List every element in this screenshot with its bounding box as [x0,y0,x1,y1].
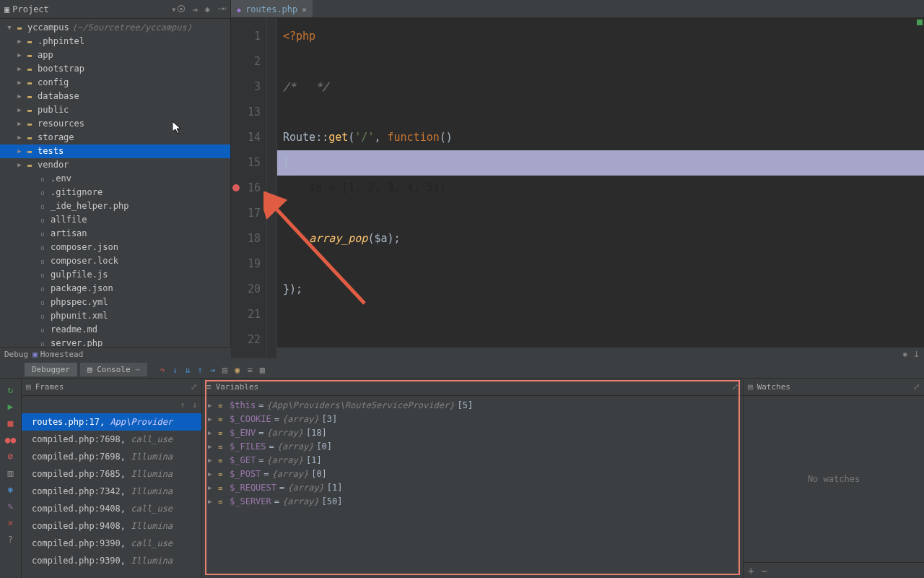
evaluate-expression-icon[interactable]: ▤ [222,365,227,375]
line-number[interactable]: 13 [231,100,261,125]
mute-breakpoints-icon[interactable]: ⊘ [8,451,14,462]
frame-down-icon[interactable]: ↓ [192,400,197,410]
project-dropdown-icon[interactable]: ▾ [171,4,176,14]
tree-file[interactable]: ▫gulpfile.js [0,268,230,282]
tree-file[interactable]: ▫_ide_helper.php [0,199,230,213]
close-tab-icon[interactable]: × [302,5,307,14]
expand-arrow-icon[interactable]: ▶ [208,454,215,467]
tree-folder[interactable]: ▶▬bootstrap [0,62,230,76]
tree-file[interactable]: ▫.env [0,172,230,186]
resume-icon[interactable]: ▶ [8,401,14,412]
scroll-to-source-icon[interactable]: ⦿ [177,4,186,14]
settings2-icon[interactable]: ✱ [8,484,14,495]
tree-file[interactable]: ▫composer.json [0,241,230,254]
tree-folder[interactable]: ▶▬vendor [0,158,230,172]
line-number-gutter[interactable]: 12313141516171819202122 [231,18,267,358]
run-config-name[interactable]: Homestead [40,350,84,359]
tree-folder[interactable]: ▶▬app [0,48,230,62]
variable-row[interactable]: ▶≡$_COOKIE = {array} [3] [208,413,737,426]
variable-row[interactable]: ▶≡$_SERVER = {array} [50] [208,495,737,509]
editor-tab[interactable]: ◆ routes.php × [231,0,313,17]
step-out-icon[interactable]: ↑ [198,365,203,375]
variable-row[interactable]: ▶≡$_GET = {array} [1] [208,454,737,467]
tree-folder[interactable]: ▶▬tests [0,144,230,158]
console-tab[interactable]: ▤ Console → [80,363,147,376]
code-editor[interactable]: 12313141516171819202122 <?php /*...*/ Ro… [231,18,924,358]
expand-arrow-icon[interactable]: ▶ [14,62,25,76]
line-number[interactable]: 18 [231,226,261,251]
expand-arrow-icon[interactable]: ▼ [4,21,14,35]
frame-row[interactable]: compiled.php:9408, call_use [22,500,201,517]
tree-file[interactable]: ▫phpunit.xml [0,309,230,323]
frame-row[interactable]: compiled.php:9408, Illumina [22,517,201,535]
frame-row[interactable]: compiled.php:7698, call_use [22,431,201,448]
tree-file[interactable]: ▫.gitignore [0,186,230,199]
line-number[interactable]: 2 [231,49,261,74]
tree-folder[interactable]: ▶▬storage [0,131,230,144]
tree-file[interactable]: ▫server.php [0,337,230,347]
variable-row[interactable]: ▶≡$_POST = {array} [0] [208,467,737,481]
frame-up-icon[interactable]: ↑ [180,400,186,410]
expand-arrow-icon[interactable]: ▶ [208,467,215,481]
help-icon[interactable]: ? [8,534,14,545]
run-to-cursor-icon[interactable]: ⇥ [210,365,215,375]
tree-folder[interactable]: ▶▬resources [0,117,230,131]
variable-row[interactable]: ▶≡$_ENV = {array} [18] [208,426,737,440]
tree-folder[interactable]: ▶▬.phpintel [0,35,230,48]
tree-file[interactable]: ▫phpspec.yml [0,296,230,309]
settings-icon[interactable]: ▦ [260,365,265,375]
rerun-icon[interactable]: ↻ [8,384,14,395]
tree-file[interactable]: ▫readme.md [0,323,230,337]
variable-row[interactable]: ▶≡$_FILES = {array} [0] [208,440,737,454]
line-number[interactable]: 16 [231,176,261,201]
tree-folder[interactable]: ▶▬database [0,90,230,103]
variable-row[interactable]: ▶≡$this = {App\Providers\RouteServicePro… [208,399,737,413]
line-number[interactable]: 19 [231,251,261,277]
line-number[interactable]: 3 [231,74,261,100]
code-area[interactable]: <?php /*...*/ Route::get('/', function()… [277,18,924,358]
step-over-icon[interactable]: ↷ [160,365,165,375]
view-breakpoints-icon[interactable]: ●● [5,434,17,445]
expand-arrow-icon[interactable]: ▶ [208,399,215,413]
frame-row[interactable]: routes.php:17, App\Provider [22,413,201,431]
frame-row[interactable]: compiled.php:7685, Illumina [22,465,201,483]
expand-arrow-icon[interactable]: ▶ [14,48,25,62]
step-into-icon[interactable]: ↓ [173,365,178,375]
force-step-into-icon[interactable]: ⇊ [185,365,190,375]
tree-file[interactable]: ▫allfile [0,213,230,227]
close-debug-icon[interactable]: ✕ [8,517,14,528]
frame-row[interactable]: compiled.php:7342, Illumina [22,483,201,500]
tree-file[interactable]: ▫artisan [0,227,230,241]
remove-watch-icon[interactable]: − [761,565,767,577]
frames-restore-icon[interactable]: ⤢ [191,382,197,392]
line-number[interactable]: 14 [231,125,261,150]
expand-arrow-icon[interactable]: ▶ [14,103,25,117]
frame-row[interactable]: compiled.php:7698, Illumina [22,448,201,465]
expand-arrow-icon[interactable]: ▶ [208,426,215,440]
expand-arrow-icon[interactable]: ▶ [208,440,215,454]
tree-folder[interactable]: ▶▬config [0,76,230,90]
vars-restore-icon[interactable]: ⤢ [732,382,738,392]
breakpoint-icon[interactable] [232,184,240,191]
debugger-tab[interactable]: Debugger [25,363,77,376]
expand-arrow-icon[interactable]: ▶ [14,131,25,144]
add-watch-icon[interactable]: + [748,565,754,577]
expand-arrow-icon[interactable]: ▶ [14,117,25,131]
tree-file[interactable]: ▫package.json [0,282,230,296]
gear-icon[interactable]: ✱ [205,4,210,14]
hide-icon[interactable]: ⭲ [217,4,226,14]
expand-arrow-icon[interactable]: ▶ [14,76,25,90]
line-number[interactable]: 1 [231,24,261,49]
tree-file[interactable]: ▫composer.lock [0,254,230,268]
expand-arrow-icon[interactable]: ▶ [14,90,25,103]
expand-arrow-icon[interactable]: ▶ [208,481,215,495]
tree-root[interactable]: ▼ ▬ yccampus (~/Sourcetree/yccampus) [0,21,230,35]
collapse-all-icon[interactable]: ⇥ [193,4,198,14]
line-number[interactable]: 21 [231,302,261,327]
tree-folder[interactable]: ▶▬public [0,103,230,117]
expand-arrow-icon[interactable]: ▶ [14,35,25,48]
variables-list[interactable]: ▶≡$this = {App\Providers\RouteServicePro… [202,396,743,578]
expand-arrow-icon[interactable]: ▶ [14,144,25,158]
expand-arrow-icon[interactable]: ▶ [14,158,25,172]
fold-gutter[interactable] [267,18,277,358]
